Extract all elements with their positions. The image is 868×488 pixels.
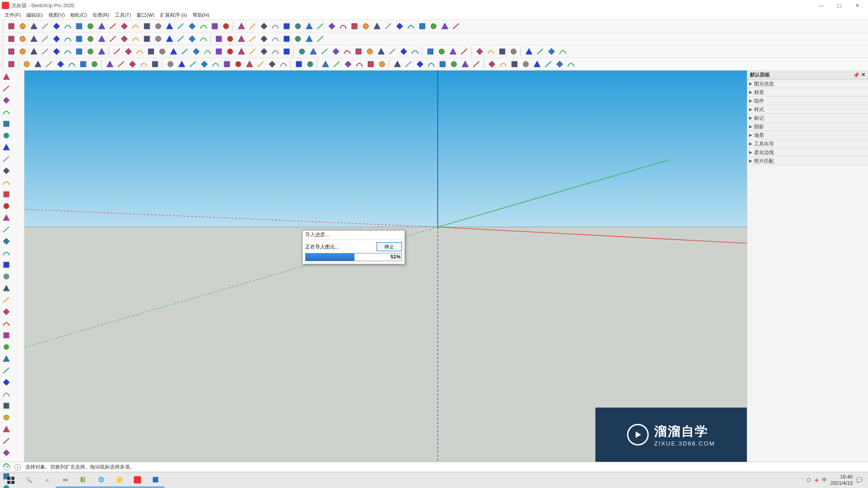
tray-section[interactable]: ▶图元信息 [747, 80, 868, 88]
toolbar-button[interactable] [236, 33, 247, 44]
toolbar-button[interactable] [376, 46, 387, 57]
toolbar-button[interactable] [437, 59, 448, 70]
left-tool-button[interactable] [1, 283, 12, 294]
left-tool-button[interactable] [1, 83, 12, 94]
toolbar-button[interactable] [51, 46, 62, 57]
toolbar-button[interactable] [425, 46, 436, 57]
pin-icon[interactable]: 📌 [853, 72, 859, 78]
toolbar-button[interactable] [426, 59, 437, 70]
tray-section[interactable]: ▶样式 [747, 105, 868, 114]
toolbar-button[interactable] [104, 59, 115, 70]
task-app-2[interactable]: 🌐 [92, 473, 110, 488]
toolbar-button[interactable] [267, 59, 278, 70]
toolbar-button[interactable] [394, 21, 405, 32]
toolbar-button[interactable] [188, 59, 198, 70]
toolbar-button[interactable] [349, 21, 360, 32]
toolbar-button[interactable] [108, 21, 118, 32]
toolbar-button[interactable] [85, 33, 96, 44]
tray-section[interactable]: ▶标记 [747, 114, 868, 122]
toolbar-button[interactable] [198, 21, 209, 32]
minimize-button[interactable]: — [812, 0, 830, 11]
toolbar-button[interactable] [342, 46, 353, 57]
toolbar-button[interactable] [55, 59, 66, 70]
left-tool-button[interactable] [1, 330, 12, 341]
toolbar-button[interactable] [392, 59, 403, 70]
toolbar-button[interactable] [6, 33, 17, 44]
toolbar-button[interactable] [486, 59, 497, 70]
toolbar-button[interactable] [557, 46, 568, 57]
toolbar-button[interactable] [108, 33, 118, 44]
toolbar-button[interactable] [199, 59, 210, 70]
toolbar-button[interactable] [403, 59, 414, 70]
toolbar-button[interactable] [66, 59, 77, 70]
toolbar-button[interactable] [520, 59, 531, 70]
toolbar-button[interactable] [198, 33, 209, 44]
toolbar-button[interactable] [486, 46, 496, 57]
menu-item[interactable]: 文件(F) [2, 11, 24, 19]
toolbar-button[interactable] [270, 21, 281, 32]
toolbar-button[interactable] [236, 21, 247, 32]
toolbar-button[interactable] [315, 21, 326, 32]
menu-item[interactable]: 相机(C) [67, 11, 90, 19]
tray-close-icon[interactable]: ✕ [861, 72, 865, 78]
toolbar-button[interactable] [233, 59, 244, 70]
toolbar-button[interactable] [119, 21, 130, 32]
toolbar-button[interactable] [398, 46, 409, 57]
left-tool-button[interactable] [1, 130, 12, 141]
toolbar-button[interactable] [134, 46, 145, 57]
toolbar-button[interactable] [225, 33, 236, 44]
toolbar-button[interactable] [377, 59, 387, 70]
toolbar-button[interactable] [21, 59, 32, 70]
tray-section[interactable]: ▶阴影 [747, 122, 868, 131]
toolbar-button[interactable] [236, 46, 247, 57]
toolbar-button[interactable] [278, 59, 289, 70]
toolbar-button[interactable] [436, 46, 447, 57]
toolbar-button[interactable] [330, 46, 341, 57]
toolbar-button[interactable] [17, 46, 28, 57]
toolbar-button[interactable] [304, 21, 315, 32]
toolbar-button[interactable] [28, 21, 39, 32]
toolbar-button[interactable] [281, 21, 292, 32]
toolbar-button[interactable] [406, 21, 416, 32]
toolbar-button[interactable] [33, 59, 43, 70]
left-tool-button[interactable] [1, 177, 12, 188]
toolbar-button[interactable] [354, 59, 365, 70]
cortana-button[interactable]: ○ [38, 473, 56, 488]
toolbar-button[interactable] [222, 59, 232, 70]
left-tool-button[interactable] [1, 236, 12, 247]
left-tool-button[interactable] [1, 212, 12, 223]
tray-title-bar[interactable]: 默认面板 📌 ✕ [747, 70, 868, 80]
info-icon[interactable]: i [14, 464, 21, 470]
menu-item[interactable]: 编辑(E) [24, 11, 46, 19]
toolbar-button[interactable] [96, 21, 107, 32]
toolbar-button[interactable] [270, 33, 281, 44]
toolbar-button[interactable] [179, 46, 190, 57]
toolbar-button[interactable] [535, 46, 546, 57]
toolbar-button[interactable] [153, 21, 164, 32]
toolbar-button[interactable] [259, 33, 269, 44]
left-tool-button[interactable] [1, 389, 12, 399]
start-button[interactable] [2, 473, 20, 488]
toolbar-button[interactable] [360, 21, 371, 32]
toolbar-button[interactable] [202, 46, 213, 57]
toolbar-button[interactable] [187, 21, 198, 32]
toolbar-button[interactable] [96, 33, 107, 44]
taskbar-clock[interactable]: 16:45 2021/4/10 [830, 474, 853, 486]
toolbar-button[interactable] [17, 21, 28, 32]
toolbar-button[interactable] [524, 46, 534, 57]
toolbar-button[interactable] [293, 59, 304, 70]
toolbar-button[interactable] [6, 46, 17, 57]
toolbar-button[interactable] [292, 21, 303, 32]
toolbar-button[interactable] [209, 21, 220, 32]
toolbar-button[interactable] [532, 59, 542, 70]
toolbar-button[interactable] [460, 59, 471, 70]
viewport[interactable]: 导入进度... 正在导入图元... 停止 51% 溜溜 [24, 70, 747, 462]
toolbar-button[interactable] [353, 46, 364, 57]
toolbar-button[interactable] [213, 46, 224, 57]
tray-section[interactable]: ▶材质 [747, 88, 868, 97]
toolbar-button[interactable] [448, 59, 459, 70]
toolbar-button[interactable] [51, 33, 62, 44]
toolbar-button[interactable] [247, 46, 258, 57]
left-tool-button[interactable] [1, 107, 12, 117]
toolbar-button[interactable] [497, 46, 508, 57]
